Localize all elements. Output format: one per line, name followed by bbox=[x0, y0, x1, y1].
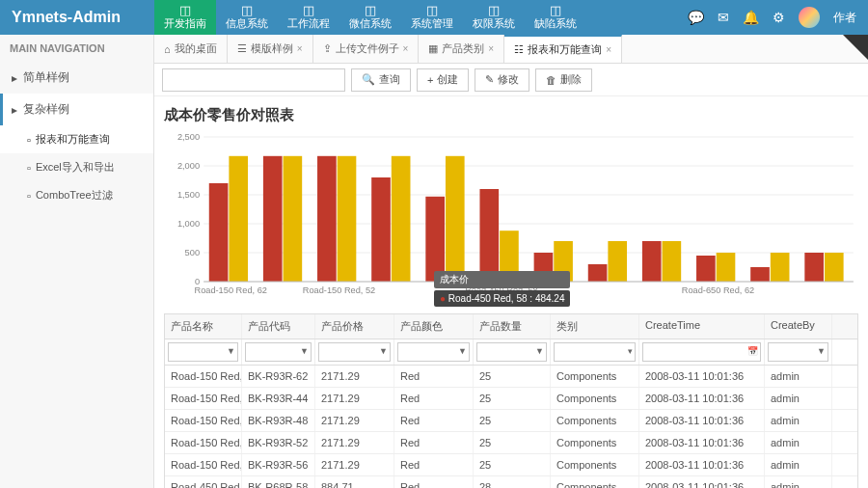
nav-icon: ◫ bbox=[550, 4, 561, 16]
avatar[interactable] bbox=[799, 7, 820, 28]
filter-icon[interactable]: ▼ bbox=[535, 346, 544, 356]
filter-icon[interactable]: ▼ bbox=[817, 346, 826, 356]
topnav-item[interactable]: ◫缺陷系统 bbox=[525, 0, 586, 35]
cell: Components bbox=[551, 454, 639, 475]
table-row[interactable]: Road-150 Red, 52BK-R93R-522171.29Red25Co… bbox=[165, 432, 857, 454]
svg-rect-20 bbox=[425, 197, 445, 282]
svg-rect-34 bbox=[804, 253, 824, 282]
filter-cell: ▼ bbox=[394, 339, 474, 365]
nav-icon: ◫ bbox=[179, 4, 191, 16]
filter-icon[interactable]: ▼ bbox=[227, 346, 235, 356]
sidebar-item[interactable]: ▸简单样例 bbox=[0, 62, 153, 94]
sidebar-item[interactable]: ▸复杂样例 bbox=[0, 94, 153, 125]
svg-rect-19 bbox=[392, 156, 411, 282]
search-button[interactable]: 🔍查询 bbox=[351, 68, 411, 92]
chevron-down-icon[interactable]: ▾ bbox=[628, 346, 633, 356]
filter-input[interactable] bbox=[642, 342, 761, 362]
tab[interactable]: ☷报表和万能查询× bbox=[504, 35, 622, 63]
column-header[interactable]: 产品价格 bbox=[315, 314, 394, 339]
svg-rect-24 bbox=[534, 253, 554, 282]
topnav-item[interactable]: ◫系统管理 bbox=[401, 0, 463, 35]
table-row[interactable]: Road-150 Red, 56BK-R93R-562171.29Red25Co… bbox=[165, 454, 857, 476]
sidebar-subitem[interactable]: ▫报表和万能查询 bbox=[0, 125, 153, 153]
cell: 2171.29 bbox=[315, 366, 394, 387]
column-header[interactable]: CreateTime bbox=[639, 314, 765, 339]
tab-icon: ☷ bbox=[514, 43, 524, 56]
column-header[interactable]: 产品数量 bbox=[474, 314, 551, 339]
tab[interactable]: ▦产品类别× bbox=[419, 35, 504, 63]
dot-icon: ▫ bbox=[27, 134, 31, 146]
cell: admin bbox=[765, 432, 832, 453]
tab[interactable]: ⇪上传文件例子× bbox=[313, 35, 420, 63]
table-row[interactable]: Road-450 Red, 58BK-R68R-58884.71Red28Com… bbox=[165, 476, 857, 488]
cell: Road-150 Red, 48 bbox=[165, 410, 242, 431]
cell: admin bbox=[765, 410, 832, 431]
filter-cell: 📅 bbox=[639, 339, 765, 365]
cell: BK-R68R-58 bbox=[242, 476, 315, 488]
topnav-item[interactable]: ◫开发指南 bbox=[154, 0, 216, 35]
data-grid: 产品名称产品代码产品价格产品颜色产品数量类别CreateTimeCreateBy… bbox=[164, 313, 858, 488]
cell: 2008-03-11 10:01:36 bbox=[639, 432, 765, 453]
svg-rect-17 bbox=[338, 156, 357, 282]
filter-icon[interactable]: ▼ bbox=[379, 346, 388, 356]
create-button[interactable]: +创建 bbox=[417, 68, 469, 92]
folder-icon: ▸ bbox=[12, 103, 17, 117]
edit-button[interactable]: ✎修改 bbox=[475, 68, 529, 92]
column-header[interactable]: 产品代码 bbox=[242, 314, 315, 339]
column-header[interactable]: 产品颜色 bbox=[394, 314, 474, 339]
tab[interactable]: ☰模版样例× bbox=[228, 35, 313, 63]
mail-icon[interactable]: ✉ bbox=[718, 10, 729, 25]
share-icon[interactable]: ⚙ bbox=[773, 10, 785, 25]
toolbar: 🔍查询 +创建 ✎修改 🗑删除 bbox=[154, 64, 868, 96]
filter-icon[interactable]: ▼ bbox=[458, 346, 467, 356]
filter-cell: ▼ bbox=[165, 339, 242, 365]
column-header[interactable]: 产品名称 bbox=[165, 314, 242, 339]
topnav-item[interactable]: ◫微信系统 bbox=[339, 0, 401, 35]
nav-icon: ◫ bbox=[365, 4, 376, 16]
cell: BK-R93R-48 bbox=[242, 410, 315, 431]
svg-rect-22 bbox=[479, 189, 499, 282]
column-header[interactable]: CreateBy bbox=[765, 314, 832, 339]
cell: Road-450 Red, 58 bbox=[165, 476, 242, 488]
table-row[interactable]: Road-150 Red, 44BK-R93R-442171.29Red25Co… bbox=[165, 388, 857, 410]
calendar-icon[interactable]: 📅 bbox=[747, 346, 758, 356]
cell: Components bbox=[551, 366, 639, 387]
svg-text:1,000: 1,000 bbox=[177, 219, 200, 229]
filter-input[interactable] bbox=[554, 342, 636, 362]
cell: 2008-03-11 10:01:36 bbox=[639, 388, 765, 409]
close-icon[interactable]: × bbox=[488, 43, 494, 54]
svg-rect-35 bbox=[825, 253, 844, 282]
cell: 28 bbox=[474, 476, 551, 488]
close-icon[interactable]: × bbox=[403, 43, 409, 54]
filter-cell: ▾ bbox=[551, 339, 639, 365]
topnav-item[interactable]: ◫权限系统 bbox=[463, 0, 525, 35]
nav-icon: ◫ bbox=[488, 4, 500, 16]
table-row[interactable]: Road-150 Red, 48BK-R93R-482171.29Red25Co… bbox=[165, 410, 857, 432]
chat-icon[interactable]: 💬 bbox=[688, 10, 704, 25]
cell: 25 bbox=[474, 432, 551, 453]
cell: 2171.29 bbox=[315, 410, 394, 431]
svg-text:Road-150 Red, 62: Road-150 Red, 62 bbox=[194, 285, 266, 295]
column-header[interactable]: 类别 bbox=[551, 314, 639, 339]
filter-icon[interactable]: ▼ bbox=[300, 346, 309, 356]
svg-rect-12 bbox=[209, 183, 229, 282]
cell: 2171.29 bbox=[315, 388, 394, 409]
topnav-item[interactable]: ◫信息系统 bbox=[216, 0, 278, 35]
tab[interactable]: ⌂我的桌面 bbox=[154, 35, 228, 63]
bell-icon[interactable]: 🔔 bbox=[743, 10, 759, 25]
search-input[interactable] bbox=[162, 68, 345, 92]
svg-text:2,000: 2,000 bbox=[177, 161, 200, 171]
svg-rect-25 bbox=[554, 241, 573, 282]
close-icon[interactable]: × bbox=[297, 43, 303, 54]
sidebar-subitem[interactable]: ▫Excel导入和导出 bbox=[0, 153, 153, 181]
sidebar-subitem[interactable]: ▫ComboTree过滤 bbox=[0, 181, 153, 209]
plus-icon: + bbox=[427, 74, 433, 86]
delete-button[interactable]: 🗑删除 bbox=[535, 68, 592, 92]
close-icon[interactable]: × bbox=[606, 44, 611, 55]
app-header: Ymnets-Admin ◫开发指南◫信息系统◫工作流程◫微信系统◫系统管理◫权… bbox=[0, 0, 868, 35]
table-row[interactable]: Road-150 Red, 62BK-R93R-622171.29Red25Co… bbox=[165, 366, 857, 388]
cell: 884.71 bbox=[315, 476, 394, 488]
corner-handle[interactable] bbox=[843, 35, 868, 60]
topnav-item[interactable]: ◫工作流程 bbox=[278, 0, 339, 35]
cell: Red bbox=[394, 432, 474, 453]
